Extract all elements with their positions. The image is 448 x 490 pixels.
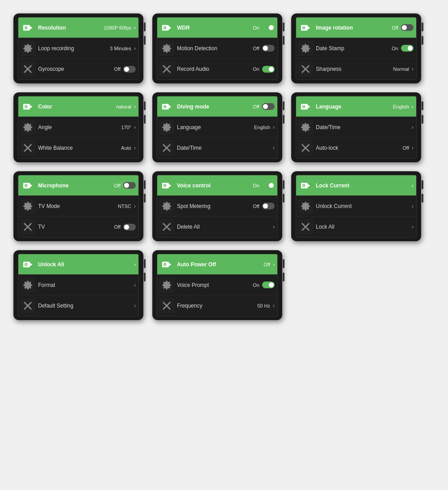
svg-point-31 (164, 106, 166, 107)
gear-icon-box (20, 120, 35, 135)
device-9: Lock Current› Unlock Current› Lock All› (291, 171, 421, 241)
camera-icon-box (159, 257, 174, 272)
menu-row-1[interactable]: Loop recording3 Minutes› (18, 38, 138, 59)
menu-row-2[interactable]: White BalanceAuto› (18, 138, 138, 158)
menu-row-0[interactable]: MicrophoneOff (18, 175, 138, 196)
menu-label-2: TV (38, 224, 114, 230)
page-container: Resolution1080P 60fps› Loop recording3 M… (9, 9, 439, 325)
menu-value-0: Off (253, 104, 259, 109)
toggle-0[interactable] (262, 103, 275, 110)
toggle-2[interactable] (123, 224, 136, 230)
menu-row-1[interactable]: Format› (18, 275, 138, 295)
toggle-1[interactable] (262, 45, 275, 52)
menu-label-0: Lock Current (316, 182, 411, 189)
menu-row-1[interactable]: Angle170°› (18, 117, 138, 138)
toggle-0[interactable] (123, 182, 136, 189)
menu-row-2[interactable]: GyroscopeOff (18, 59, 138, 79)
menu-row-1[interactable]: Voice PromptOn (157, 275, 277, 295)
x-icon-box (298, 140, 313, 156)
menu-row-0[interactable]: LanguageEnglish› (296, 96, 416, 117)
menu-row-2[interactable]: Date/Time› (157, 138, 277, 158)
menu-row-2[interactable]: TVOff (18, 217, 138, 237)
toggle-1[interactable] (262, 203, 275, 209)
x-icon-box (159, 140, 174, 156)
svg-marker-15 (308, 26, 310, 30)
menu-label-0: Image rotation (316, 25, 392, 31)
menu-arrow-1: › (273, 124, 275, 130)
device-3: Image rotationOff Date StampOn Sharpness… (291, 13, 421, 83)
menu-label-2: White Balance (38, 145, 121, 151)
menu-arrow-0: › (134, 261, 136, 268)
menu-label-2: Default Setting (38, 303, 133, 309)
menu-label-1: Format (38, 282, 133, 288)
menu-row-1[interactable]: Unlock Current› (296, 196, 416, 217)
toggle-1[interactable] (401, 45, 414, 52)
toggle-2[interactable] (262, 66, 275, 73)
toggle-0[interactable] (262, 182, 275, 189)
menu-label-1: Motion Detection (177, 45, 253, 52)
gear-icon-box (159, 199, 174, 214)
toggle-2[interactable] (123, 66, 136, 73)
x-icon-box (20, 140, 35, 156)
menu-row-2[interactable]: Frequency50 Hz› (157, 295, 277, 316)
menu-row-1[interactable]: Date StampOn (296, 38, 416, 59)
menu-row-2[interactable]: Auto-lockOff› (296, 138, 416, 158)
menu-row-0[interactable]: Lock Current› (296, 175, 416, 196)
menu-arrow-1: › (134, 282, 136, 288)
menu-value-0: On (253, 25, 259, 30)
menu-row-0[interactable]: Unlock All› (18, 254, 138, 275)
menu-row-2[interactable]: SharpnessNormal› (296, 59, 416, 79)
menu-row-2[interactable]: Lock All› (296, 217, 416, 237)
menu-row-1[interactable]: LanguageEnglish› (157, 117, 277, 138)
toggle-0[interactable] (401, 24, 414, 31)
menu-label-2: Lock All (316, 224, 411, 230)
camera-icon-box (298, 20, 313, 35)
menu-row-1[interactable]: Motion DetectionOff (157, 38, 277, 59)
menu-row-0[interactable]: Resolution1080P 60fps› (18, 17, 138, 38)
gear-icon-box (159, 41, 174, 56)
menu-arrow-1: › (134, 45, 136, 52)
menu-row-1[interactable]: Date/Time› (296, 117, 416, 138)
svg-marker-8 (169, 26, 172, 30)
menu-row-1[interactable]: Spot MeteringOff (157, 196, 277, 217)
menu-value-0: 1080P 60fps (103, 25, 131, 30)
menu-row-0[interactable]: WDROn (157, 17, 277, 38)
menu-label-0: Color (38, 104, 116, 110)
camera-icon-box (298, 99, 313, 114)
svg-marker-22 (30, 105, 33, 108)
menu-row-0[interactable]: Auto Power OffOff› (157, 254, 277, 275)
svg-marker-71 (169, 263, 172, 266)
gear-icon-box (159, 278, 174, 293)
menu-label-1: Unlock Current (316, 203, 411, 209)
menu-label-2: Delete All (177, 224, 272, 230)
menu-row-0[interactable]: Colornatural› (18, 96, 138, 117)
menu-value-1: 170° (121, 125, 131, 130)
menu-label-1: Spot Metering (177, 203, 253, 209)
menu-value-0: Off (392, 25, 398, 30)
menu-arrow-2: › (412, 66, 414, 72)
device-1: Resolution1080P 60fps› Loop recording3 M… (13, 13, 143, 83)
x-icon-box (159, 61, 174, 77)
menu-value-0: On (253, 183, 259, 188)
menu-row-0[interactable]: Diving modeOff (157, 96, 277, 117)
svg-marker-29 (169, 105, 172, 108)
x-icon-box (159, 298, 174, 313)
menu-label-2: Record Audio (177, 66, 253, 72)
device-6: LanguageEnglish› Date/Time› Auto-lockOff… (291, 92, 421, 162)
menu-row-0[interactable]: Voice controlOn (157, 175, 277, 196)
toggle-0[interactable] (262, 24, 275, 31)
menu-row-0[interactable]: Image rotationOff (296, 17, 416, 38)
svg-point-3 (26, 27, 27, 28)
x-icon-box (298, 61, 313, 77)
menu-label-1: Voice Prompt (177, 282, 253, 288)
menu-value-0: Off (114, 183, 121, 188)
menu-label-2: Sharpness (316, 66, 393, 72)
menu-row-1[interactable]: TV ModeNTSC› (18, 196, 138, 217)
toggle-1[interactable] (262, 282, 275, 288)
menu-row-2[interactable]: Delete All› (157, 217, 277, 237)
device-5: Diving modeOff LanguageEnglish› Date/Tim… (152, 92, 282, 162)
menu-row-2[interactable]: Record AudioOn (157, 59, 277, 79)
menu-row-2[interactable]: Default Setting› (18, 295, 138, 316)
svg-marker-36 (308, 105, 310, 108)
menu-value-0: natural (116, 104, 131, 109)
